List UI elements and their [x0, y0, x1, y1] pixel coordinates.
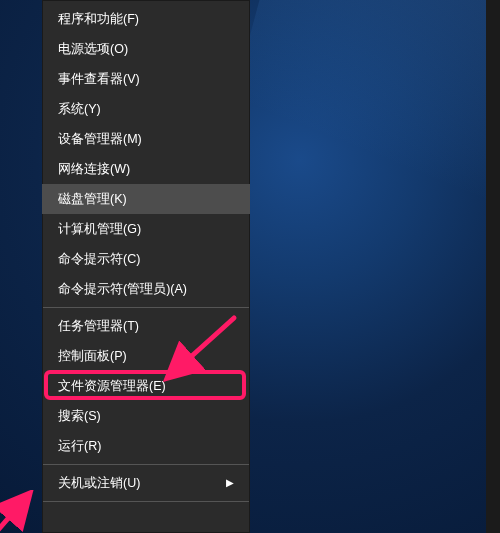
menu-item-label: 系统(Y): [58, 94, 101, 124]
menu-separator: [43, 307, 249, 308]
menu-item-label: 搜索(S): [58, 401, 101, 431]
menu-item-label: 控制面板(P): [58, 341, 127, 371]
menu-item-label: 命令提示符(C): [58, 244, 140, 274]
menu-item-label: 文件资源管理器(E): [58, 371, 166, 401]
menu-item-command-prompt-admin[interactable]: 命令提示符(管理员)(A): [42, 274, 250, 304]
menu-item-label: 网络连接(W): [58, 154, 130, 184]
menu-item-file-explorer[interactable]: 文件资源管理器(E): [42, 371, 250, 401]
menu-item-programs-and-features[interactable]: 程序和功能(F): [42, 4, 250, 34]
menu-item-label: 电源选项(O): [58, 34, 128, 64]
menu-item-task-manager[interactable]: 任务管理器(T): [42, 311, 250, 341]
chevron-right-icon: ▶: [226, 468, 234, 498]
menu-item-label: 计算机管理(G): [58, 214, 141, 244]
menu-item-label: 关机或注销(U): [58, 468, 140, 498]
menu-item-system[interactable]: 系统(Y): [42, 94, 250, 124]
menu-item-command-prompt[interactable]: 命令提示符(C): [42, 244, 250, 274]
menu-separator: [43, 501, 249, 502]
right-edge-strip: [486, 0, 500, 533]
menu-item-run[interactable]: 运行(R): [42, 431, 250, 461]
winx-context-menu[interactable]: 程序和功能(F) 电源选项(O) 事件查看器(V) 系统(Y) 设备管理器(M)…: [42, 0, 250, 533]
menu-item-label: 程序和功能(F): [58, 4, 139, 34]
menu-item-search[interactable]: 搜索(S): [42, 401, 250, 431]
menu-item-disk-management[interactable]: 磁盘管理(K): [42, 184, 250, 214]
menu-item-label: 任务管理器(T): [58, 311, 139, 341]
menu-item-shutdown-signout[interactable]: 关机或注销(U) ▶: [42, 468, 250, 498]
menu-item-event-viewer[interactable]: 事件查看器(V): [42, 64, 250, 94]
menu-item-computer-management[interactable]: 计算机管理(G): [42, 214, 250, 244]
menu-item-control-panel[interactable]: 控制面板(P): [42, 341, 250, 371]
menu-item-power-options[interactable]: 电源选项(O): [42, 34, 250, 64]
menu-item-label: 磁盘管理(K): [58, 184, 127, 214]
menu-item-label: 命令提示符(管理员)(A): [58, 274, 187, 304]
menu-item-network-connections[interactable]: 网络连接(W): [42, 154, 250, 184]
menu-item-label: 事件查看器(V): [58, 64, 140, 94]
menu-item-label: 设备管理器(M): [58, 124, 142, 154]
menu-item-device-manager[interactable]: 设备管理器(M): [42, 124, 250, 154]
menu-separator: [43, 464, 249, 465]
menu-item-label: 运行(R): [58, 431, 101, 461]
